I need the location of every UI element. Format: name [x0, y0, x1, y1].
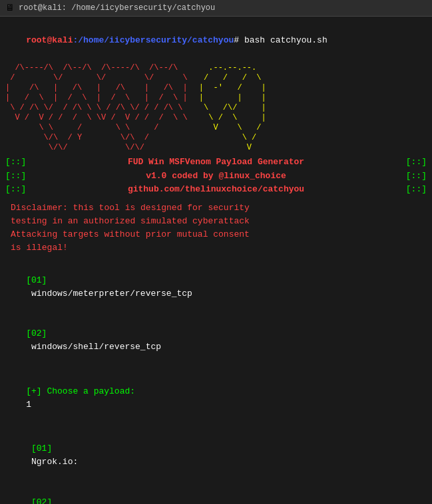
- menu-num-1: [01]: [26, 275, 47, 285]
- menu-item-2: [02] windows/shell/reverse_tcp: [5, 314, 427, 368]
- prompt-path: :/home/iicybersecurity/catchyou: [73, 35, 234, 45]
- banner-bracket-left-2: [::]: [5, 170, 26, 183]
- banner-bracket-left-3: [::]: [5, 183, 26, 196]
- disclaimer-text: Disclaimer: this tool is designed for se…: [11, 201, 427, 255]
- prompt-root: root@kali: [26, 35, 73, 45]
- menu-label-1: windows/meterpreter/reverse_tcp: [26, 289, 192, 299]
- banner-line-1: [::] FUD Win MSFVenom Payload Generator …: [5, 156, 427, 169]
- title-bar-text: root@kali: /home/iicybersecurity/catchyo…: [19, 3, 215, 13]
- menu-label-2: windows/shell/reverse_tcp: [26, 342, 161, 352]
- banner-bracket-right-3: [::]: [406, 183, 427, 196]
- tcp-menu-item-2: [02] Custom LPORT/LHOST:: [5, 483, 427, 504]
- banner-bracket-right-1: [::]: [406, 156, 427, 169]
- banner-bracket-left-1: [::]: [5, 156, 26, 169]
- banner-center-3: github.com/thelinuxchoice/catchyou: [128, 183, 304, 196]
- ascii-art-block: /\----/\ /\--/\ /\----/\ /\--/\ / \/ \/ …: [5, 63, 427, 153]
- menu-num-2: [02]: [26, 328, 47, 338]
- prompt-line: root@kali:/home/iicybersecurity/catchyou…: [5, 21, 427, 61]
- ascii-art-left: /\----/\ /\--/\ /\----/\ /\--/\ / \/ \/ …: [5, 63, 188, 153]
- banner-line-3: [::] github.com/thelinuxchoice/catchyou …: [5, 183, 427, 196]
- banner-line-2: [::] v1.0 coded by @linux_choice [::]: [5, 170, 427, 183]
- banner-bracket-right-2: [::]: [406, 170, 427, 183]
- choose-payload-line: [+] Choose a payload: 1: [5, 372, 427, 426]
- ascii-art-right: .--.--.--. / / / \ | -' / | | | | \ /\/ …: [199, 63, 266, 153]
- banner-center-1: FUD Win MSFVenom Payload Generator: [128, 156, 304, 169]
- banner-center-2: v1.0 coded by @linux_choice: [146, 170, 286, 183]
- tcp-num-1: [01]: [26, 443, 52, 453]
- choose-payload-label: [+] Choose a payload:: [26, 386, 140, 396]
- tcp-num-2: [02]: [26, 497, 52, 504]
- tcp-label-1: Ngrok.io:: [26, 457, 78, 467]
- choose-payload-value: 1: [26, 400, 31, 410]
- menu-item-1: [01] windows/meterpreter/reverse_tcp: [5, 260, 427, 314]
- tcp-menu-item-1: [01] Ngrok.io:: [5, 429, 427, 483]
- disclaimer: Disclaimer: this tool is designed for se…: [11, 201, 427, 255]
- terminal: root@kali:/home/iicybersecurity/catchyou…: [0, 17, 432, 504]
- terminal-icon: 🖥: [5, 3, 15, 13]
- title-bar: 🖥 root@kali: /home/iicybersecurity/catch…: [0, 0, 432, 17]
- prompt-cmd: # bash catchyou.sh: [234, 35, 327, 45]
